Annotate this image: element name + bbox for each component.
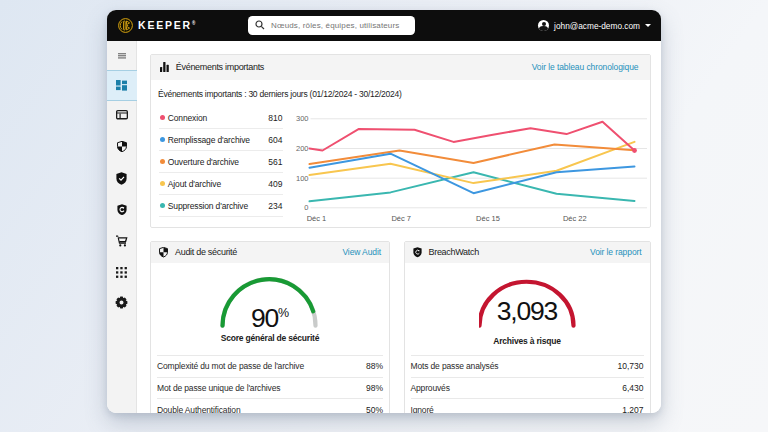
svg-text:300: 300 — [295, 114, 308, 123]
svg-text:Déc 15: Déc 15 — [476, 213, 500, 222]
svg-text:100: 100 — [295, 173, 308, 182]
svg-text:Déc 7: Déc 7 — [391, 213, 411, 222]
svg-text:200: 200 — [295, 144, 308, 153]
svg-text:0: 0 — [304, 203, 308, 212]
svg-text:Déc 22: Déc 22 — [562, 213, 586, 222]
svg-text:Déc 1: Déc 1 — [306, 213, 326, 222]
